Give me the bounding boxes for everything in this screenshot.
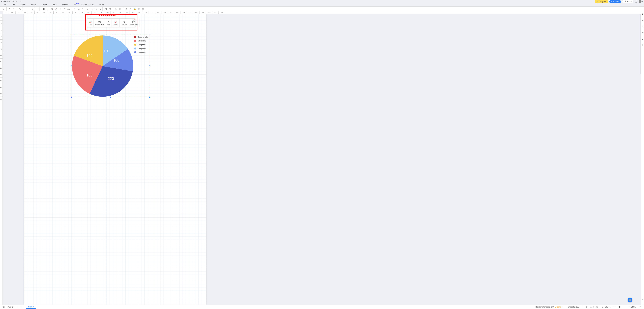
menu-edit[interactable]: Edit <box>9 4 18 6</box>
float-manage-data-button[interactable]: 🗃▾ Manage Data <box>94 19 106 27</box>
page-tab[interactable]: Page-1 <box>26 305 36 309</box>
resize-handle[interactable] <box>149 34 150 35</box>
legend-item[interactable]: Category 4 <box>134 48 148 50</box>
legend-item[interactable]: Category 2 <box>134 40 148 42</box>
expand-link[interactable]: Expand <box>555 306 561 308</box>
focus-label[interactable]: Focus <box>593 306 598 308</box>
history-panel-icon[interactable]: ⟲ <box>642 44 644 46</box>
resize-handle[interactable] <box>71 34 72 35</box>
ruler-tick: 110 <box>85 12 91 14</box>
ruler-tick: 270 <box>186 12 193 14</box>
arrow-start-icon[interactable]: ←▾ <box>94 7 97 11</box>
align-left-icon[interactable]: ≡ <box>62 7 66 11</box>
menu-layout[interactable]: Layout <box>38 4 50 6</box>
panel-toggle-icon[interactable]: ☰ <box>642 297 644 300</box>
zoom-in-button[interactable]: + <box>630 306 631 308</box>
star-icon[interactable]: ☆ <box>20 1 21 3</box>
zoom-out-button[interactable]: − <box>613 306 614 308</box>
page-list-button[interactable]: ▤ <box>2 305 6 308</box>
format-painter-icon[interactable]: ✎ <box>18 7 22 11</box>
menu-file[interactable]: File <box>0 4 9 6</box>
zoom-pct[interactable]: 141% ▾ <box>605 306 611 308</box>
resize-handle[interactable] <box>71 65 72 66</box>
send-back-icon[interactable]: ◱ <box>108 7 112 11</box>
chat-support-button[interactable]: 🤖 <box>628 297 632 302</box>
tools-icon[interactable]: ⚒ <box>137 7 141 11</box>
zoom-slider[interactable] <box>615 307 628 307</box>
zoom-knob[interactable] <box>619 306 620 308</box>
help-icon[interactable]: ⓘ <box>635 0 637 3</box>
vertical-scrollbar[interactable] <box>640 14 641 304</box>
menu-plugin[interactable]: Plugin <box>96 4 107 6</box>
menu-ai[interactable]: AI hot <box>71 4 78 6</box>
effects-icon[interactable]: ✦ <box>124 7 128 11</box>
expand-panel-icon[interactable]: » <box>2 7 5 11</box>
user-menu-caret-icon[interactable]: ▾ <box>642 1 643 3</box>
export-icon[interactable]: ⇱ <box>16 1 18 3</box>
font-family-select[interactable]: ▾ <box>22 7 34 11</box>
undo-icon[interactable]: ↶ <box>8 7 12 11</box>
save-icon[interactable]: 🖫 <box>12 1 14 3</box>
resize-handle[interactable] <box>149 97 150 98</box>
layers-icon[interactable]: ◈ <box>584 305 589 308</box>
fill-panel-icon[interactable]: ◈ <box>642 13 644 16</box>
canvas[interactable]: Floating toolbar 📌 📊 Type 🗃▾ Manage Data… <box>3 14 641 304</box>
fullscreen-icon[interactable]: ⤢ <box>638 305 642 308</box>
menu-search-feature[interactable]: Search Feature <box>78 4 96 6</box>
avatar[interactable]: S <box>638 0 642 3</box>
resize-handle[interactable] <box>149 65 150 66</box>
upgrade-button[interactable]: 🛒 Upgrade <box>595 0 608 3</box>
line-spacing-icon[interactable]: ≣▾ <box>66 7 70 11</box>
legend-item[interactable]: Sector's value <box>134 36 148 38</box>
resize-handle[interactable] <box>110 34 111 35</box>
redo-icon[interactable]: ↷ <box>12 7 16 11</box>
float-type-button[interactable]: 📊 Type <box>87 19 94 27</box>
underline-icon[interactable]: U <box>50 7 54 11</box>
text-tool-icon[interactable]: T <box>73 7 77 11</box>
notes-panel-icon[interactable]: 🗒 <box>641 38 644 40</box>
page-select[interactable]: Page-1 ▾ <box>6 305 16 308</box>
play-icon[interactable]: ▷ <box>600 305 605 308</box>
font-size-select[interactable]: ▾ <box>34 7 40 11</box>
image-panel-icon[interactable]: ▦ <box>642 19 644 22</box>
resize-handle[interactable] <box>71 97 72 98</box>
publish-button[interactable]: ➤ Publish <box>609 0 621 3</box>
pie-chart[interactable]: 120 150 100 180 220 <box>72 36 133 97</box>
more-icon[interactable]: ⋰ <box>134 25 135 26</box>
align-icon[interactable]: ⇲ <box>114 7 118 11</box>
share-button[interactable]: ⎇ Share <box>622 0 634 3</box>
text-color-icon[interactable]: A <box>54 7 58 11</box>
menu-symbol[interactable]: Symbol <box>59 4 71 6</box>
italic-icon[interactable]: I <box>46 7 50 11</box>
ruler-tick: 70 <box>0 33 2 40</box>
connector-icon[interactable]: ⤵ <box>85 7 89 11</box>
text-style-icon[interactable]: T <box>58 7 62 11</box>
bring-front-icon[interactable]: ◰ <box>104 7 108 11</box>
scrollbar-thumb[interactable] <box>640 14 640 74</box>
distribute-icon[interactable]: ▦ <box>118 7 122 11</box>
line-color-icon[interactable]: ✏ <box>81 7 85 11</box>
bold-icon[interactable]: B <box>42 7 46 11</box>
fill-color-icon[interactable]: ◇ <box>77 7 81 11</box>
fit-icon[interactable]: ⛶ <box>589 305 593 308</box>
line-style-icon[interactable]: —▾ <box>89 7 93 11</box>
menu-select[interactable]: Select <box>18 4 28 6</box>
ruler-vertical: 40 50 60 70 80 90 100 110 120 130 140 15… <box>0 14 3 304</box>
pin-icon[interactable]: 📌 <box>133 19 135 21</box>
resize-handle[interactable] <box>110 97 111 98</box>
presentation-panel-icon[interactable]: ▭ <box>642 31 644 34</box>
back-icon[interactable]: ‹ <box>1 0 2 3</box>
grid-panel-icon[interactable]: ☷ <box>642 25 644 28</box>
float-data-tag-button[interactable]: ◔ Data tag <box>120 19 128 27</box>
legend-item[interactable]: Category 5 <box>134 51 148 53</box>
add-page-button[interactable]: + <box>19 305 23 308</box>
menu-insert[interactable]: Insert <box>28 4 38 6</box>
legend-item[interactable]: Category 3 <box>134 44 148 46</box>
arrow-end-icon[interactable]: →▾ <box>98 7 101 11</box>
table-icon[interactable]: ▤ <box>141 7 145 11</box>
float-legend-button[interactable]: 📈 Legend <box>112 19 120 27</box>
crop-icon[interactable]: ◸ <box>129 7 132 11</box>
lock-icon[interactable]: 🔒 <box>133 7 136 11</box>
float-style-button[interactable]: ✎ Style <box>106 19 112 27</box>
menu-view[interactable]: View <box>50 4 59 6</box>
